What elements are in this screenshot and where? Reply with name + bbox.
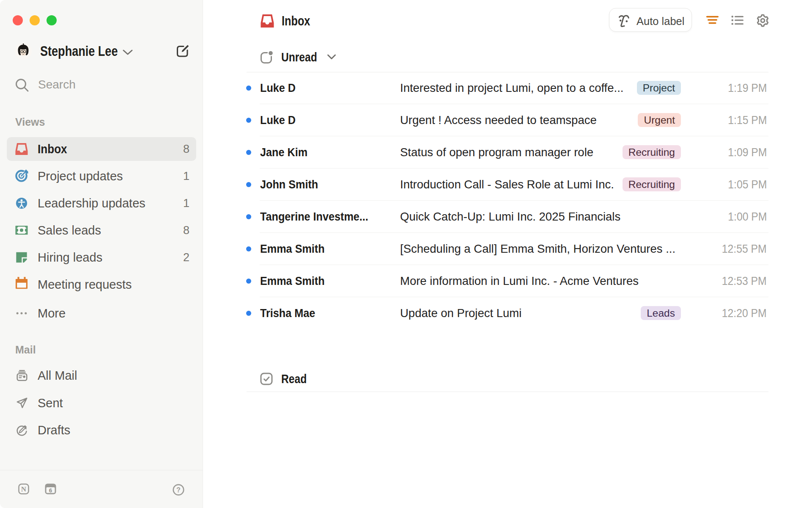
svg-text:6: 6 — [49, 487, 52, 494]
svg-text:N: N — [21, 485, 27, 493]
svg-text:?: ? — [176, 486, 181, 494]
